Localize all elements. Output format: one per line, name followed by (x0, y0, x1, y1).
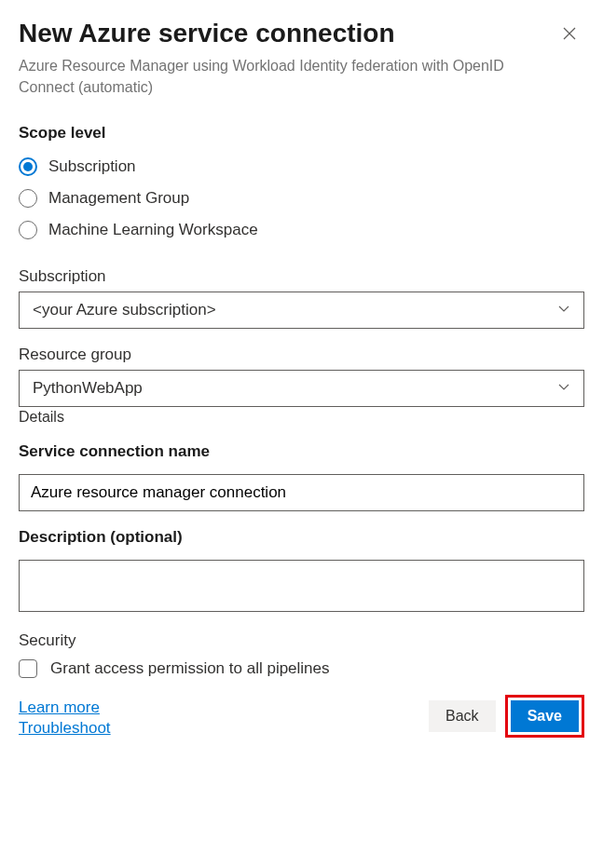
subscription-field: Subscription <your Azure subscription> (19, 267, 584, 329)
radio-label: Machine Learning Workspace (48, 221, 258, 239)
security-heading: Security (19, 631, 584, 650)
troubleshoot-link[interactable]: Troubleshoot (19, 719, 111, 738)
learn-more-link[interactable]: Learn more (19, 698, 111, 717)
save-button[interactable]: Save (511, 700, 579, 732)
radio-label: Management Group (48, 189, 189, 208)
scope-option-ml-workspace[interactable]: Machine Learning Workspace (19, 219, 584, 241)
page-title: New Azure service connection (19, 19, 395, 48)
chevron-down-icon (557, 379, 570, 398)
dialog-header: New Azure service connection (19, 19, 584, 51)
description-field: Description (optional) (19, 528, 584, 615)
radio-icon (19, 221, 37, 239)
scope-option-management-group[interactable]: Management Group (19, 187, 584, 210)
service-name-field: Service connection name (19, 442, 584, 511)
dialog-footer: Learn more Troubleshoot Back Save (19, 695, 584, 738)
radio-icon (19, 157, 37, 176)
radio-label: Subscription (48, 157, 136, 176)
details-label: Details (19, 409, 584, 426)
resource-group-dropdown[interactable]: PythonWebApp (19, 370, 584, 407)
scope-radio-group: Subscription Management Group Machine Le… (19, 156, 584, 241)
radio-icon (19, 189, 37, 208)
description-input[interactable] (19, 560, 584, 612)
scope-option-subscription[interactable]: Subscription (19, 156, 584, 178)
subscription-label: Subscription (19, 267, 584, 286)
page-subtitle: Azure Resource Manager using Workload Id… (19, 55, 531, 98)
description-label: Description (optional) (19, 528, 584, 547)
resource-group-label: Resource group (19, 346, 584, 364)
save-highlight-box: Save (505, 695, 584, 738)
service-name-label: Service connection name (19, 442, 584, 461)
footer-buttons: Back Save (429, 695, 584, 738)
chevron-down-icon (557, 301, 570, 319)
subscription-value: <your Azure subscription> (33, 301, 216, 319)
subscription-dropdown[interactable]: <your Azure subscription> (19, 292, 584, 329)
back-button[interactable]: Back (429, 700, 496, 732)
service-name-input[interactable] (19, 474, 584, 511)
footer-links: Learn more Troubleshoot (19, 698, 111, 738)
grant-access-label: Grant access permission to all pipelines (50, 659, 330, 678)
close-icon[interactable] (555, 19, 584, 51)
checkbox-icon[interactable] (19, 659, 37, 678)
grant-access-checkbox-row[interactable]: Grant access permission to all pipelines (19, 659, 584, 678)
resource-group-value: PythonWebApp (33, 379, 143, 398)
scope-level-heading: Scope level (19, 124, 584, 142)
resource-group-field: Resource group PythonWebApp Details (19, 346, 584, 426)
